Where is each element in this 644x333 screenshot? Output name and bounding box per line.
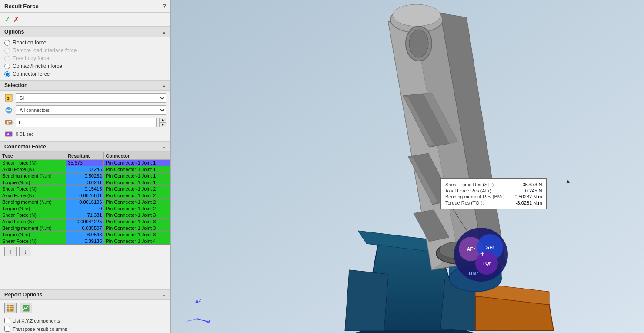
axis-indicator: Z X	[184, 297, 210, 324]
svg-point-32	[409, 30, 428, 57]
svg-marker-18	[345, 270, 388, 331]
svg-rect-10	[7, 305, 13, 311]
col-connector: Connector	[104, 152, 170, 160]
viewport: Shear Force Res (SFr):35.673 NAxial Forc…	[171, 0, 644, 333]
toolbar: ✓ ✗	[0, 13, 170, 27]
table-row[interactable]: Axial Force (N)-0.00044225Pin Connector-…	[0, 219, 170, 225]
tooltip-row: Axial Force Res (AFr):0.245 N	[445, 188, 542, 194]
tooltip-label: Torque Res (TQr):	[445, 200, 484, 205]
connector-row: All connectors Selected connectors	[4, 105, 166, 115]
cell-resultant: 0	[66, 205, 104, 212]
cell-type: Torque (N.m)	[0, 179, 66, 186]
transpose-row[interactable]: Transpose result columns	[0, 325, 170, 333]
report-section-header: Report Options ▲	[0, 289, 170, 300]
option-remote: Remote load interface force	[4, 47, 166, 54]
cell-resultant: -0.00044225	[66, 219, 104, 225]
transpose-label: Transpose result columns	[13, 326, 67, 332]
option-freebody: Free body force	[4, 55, 166, 61]
tooltip-scroll-up[interactable]: ▲	[565, 178, 571, 185]
table-row[interactable]: Axial Force (N)0.245Pin Connector-1 Join…	[0, 166, 170, 173]
unit-dropdown[interactable]: SI mm in	[16, 93, 166, 103]
step-icon: ST	[4, 118, 13, 127]
svg-text:BMr: BMr	[469, 271, 478, 276]
col-type: Type	[0, 152, 66, 160]
help-icon[interactable]: ?	[162, 3, 166, 10]
option-freebody-label: Free body force	[13, 55, 49, 61]
options-collapse-arrow[interactable]: ▲	[162, 30, 166, 34]
option-connector[interactable]: Connector force	[4, 71, 166, 77]
selection-section: SI SI mm in All connectors Selected conn…	[0, 91, 170, 141]
move-up-button[interactable]: ↑	[4, 247, 17, 256]
list-xyz-row[interactable]: List X,Y,Z components	[0, 316, 170, 325]
cell-type: Shear Force (N)	[0, 238, 66, 245]
cell-connector: Pin Connector-1 Joint 2	[104, 192, 170, 199]
tooltip-box: Shear Force Res (SFr):35.673 NAxial Forc…	[440, 178, 547, 209]
connector-table-container[interactable]: Type Resultant Connector Shear Force (N)…	[0, 152, 170, 245]
table-row[interactable]: Torque (N.m)-3.0281Pin Connector-1 Joint…	[0, 179, 170, 186]
selection-section-header: Selection ▲	[0, 80, 170, 91]
svg-text:SFr: SFr	[486, 245, 494, 250]
table-row[interactable]: Shear Force (N)71.331Pin Connector-1 Joi…	[0, 212, 170, 219]
cell-connector: Pin Connector-1 Joint 3	[104, 232, 170, 238]
list-xyz-label: List X,Y,Z components	[13, 318, 60, 323]
connector-dropdown[interactable]: All connectors Selected connectors	[16, 105, 166, 115]
table-row[interactable]: Shear Force (N)0.39135Pin Connector-1 Jo…	[0, 238, 170, 245]
cell-connector: Pin Connector-1 Joint 1	[104, 160, 170, 166]
cell-connector: Pin Connector-1 Joint 2	[104, 199, 170, 205]
table-row[interactable]: Shear Force (N)0.15415Pin Connector-1 Jo…	[0, 186, 170, 192]
cell-resultant: 0.0076601	[66, 192, 104, 199]
cell-type: Axial Force (N)	[0, 219, 66, 225]
table-row[interactable]: Torque (N.m)6.0548Pin Connector-1 Joint …	[0, 232, 170, 238]
cell-connector: Pin Connector-1 Joint 3	[104, 225, 170, 232]
connector-table: Type Resultant Connector Shear Force (N)…	[0, 152, 170, 245]
option-contact[interactable]: Contact/Friction force	[4, 63, 166, 69]
spinner-down-button[interactable]: ▼	[159, 122, 166, 127]
table-row[interactable]: Bending moment (N.m)0.50232Pin Connector…	[0, 173, 170, 179]
list-xyz-checkbox[interactable]	[4, 318, 10, 323]
cell-connector: Pin Connector-1 Joint 2	[104, 186, 170, 192]
time-value: 0.01 sec	[16, 131, 34, 137]
transpose-checkbox[interactable]	[4, 326, 10, 332]
confirm-button[interactable]: ✓	[4, 15, 10, 24]
selection-collapse-arrow[interactable]: ▲	[162, 83, 166, 88]
connector-force-section: Type Resultant Connector Shear Force (N)…	[0, 152, 170, 289]
report-chart-button[interactable]	[20, 303, 32, 313]
cell-connector: Pin Connector-1 Joint 2	[104, 205, 170, 212]
cell-type: Shear Force (N)	[0, 212, 66, 219]
svg-text:AFr: AFr	[467, 246, 476, 252]
table-row[interactable]: Torque (N.m)0Pin Connector-1 Joint 2	[0, 205, 170, 212]
cell-type: Bending moment (N.m)	[0, 199, 66, 205]
cell-type: Bending moment (N.m)	[0, 225, 66, 232]
table-row[interactable]: Bending moment (N.m)0.0016106Pin Connect…	[0, 199, 170, 205]
cell-connector: Pin Connector-1 Joint 3	[104, 212, 170, 219]
report-table-button[interactable]	[4, 303, 17, 313]
table-row[interactable]: Axial Force (N)0.0076601Pin Connector-1 …	[0, 192, 170, 199]
cancel-button[interactable]: ✗	[13, 15, 19, 24]
cell-connector: Pin Connector-1 Joint 3	[104, 219, 170, 225]
report-icons-row	[0, 300, 170, 316]
spinner-buttons: ▲ ▼	[159, 118, 166, 127]
panel-header: Result Force ?	[0, 0, 170, 13]
report-collapse-arrow[interactable]: ▲	[162, 293, 166, 297]
cell-connector: Pin Connector-1 Joint 4	[104, 238, 170, 245]
connector-force-section-header: Connector Force ▲	[0, 141, 170, 152]
cell-resultant: 0.50232	[66, 173, 104, 179]
tooltip-label: Axial Force Res (AFr):	[445, 188, 493, 193]
tooltip-value: 35.673 N	[523, 182, 542, 187]
left-panel: Result Force ? ✓ ✗ Options ▲ Reaction fo…	[0, 0, 171, 333]
table-row[interactable]: Bending moment (N.m)0.035507Pin Connecto…	[0, 225, 170, 232]
cell-resultant: 35.673	[66, 160, 104, 166]
svg-text:Hz: Hz	[7, 133, 11, 136]
cell-connector: Pin Connector-1 Joint 1	[104, 179, 170, 186]
spinner-up-button[interactable]: ▲	[159, 118, 166, 122]
move-buttons: ↑ ↓	[0, 245, 170, 258]
svg-text:+: +	[480, 250, 484, 257]
force-circle: AFr SFr TQr BMr +	[453, 226, 509, 283]
table-row[interactable]: Shear Force (N)35.673Pin Connector-1 Joi…	[0, 160, 170, 166]
step-input[interactable]	[16, 118, 157, 127]
time-icon: Hz	[4, 130, 13, 138]
connector-force-collapse-arrow[interactable]: ▲	[162, 145, 166, 149]
option-contact-label: Contact/Friction force	[13, 63, 62, 69]
option-reaction[interactable]: Reaction force	[4, 40, 166, 46]
move-down-button[interactable]: ↓	[19, 247, 31, 256]
